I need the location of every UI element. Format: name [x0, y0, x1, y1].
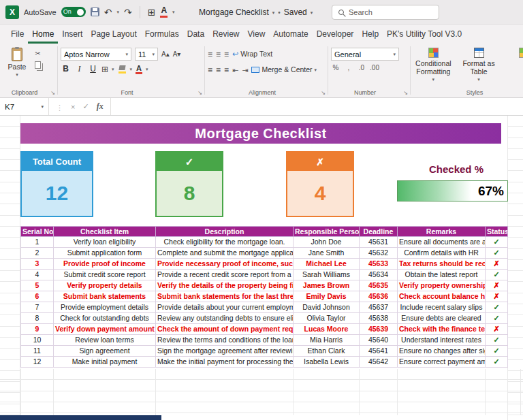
font-color-icon[interactable]: A	[160, 6, 168, 17]
cut-icon[interactable]: ✂	[35, 50, 40, 57]
increase-indent-icon[interactable]	[242, 63, 248, 76]
borders-icon[interactable]: ⊞	[101, 65, 108, 74]
conditional-formatting-button[interactable]: Conditional Formatting	[413, 48, 454, 82]
col-header-deadline[interactable]: Deadline	[360, 227, 398, 237]
col-header-description[interactable]: Description	[156, 227, 294, 237]
underline-button[interactable]: U	[88, 64, 98, 74]
cell-description[interactable]: Sign the mortgage agreement after review…	[156, 346, 294, 357]
tab-help[interactable]: Help	[358, 25, 383, 44]
tab-review[interactable]: Review	[208, 25, 243, 44]
tab-data[interactable]: Data	[183, 25, 208, 44]
cell-responsible-person[interactable]: Isabella Lewis	[294, 357, 360, 368]
cell-deadline[interactable]: 45631	[360, 237, 398, 248]
cell-serial[interactable]: 12	[21, 357, 54, 368]
document-title[interactable]: Mortgage Checklist	[199, 7, 269, 17]
cell-checklist-item[interactable]: Review loan terms	[54, 335, 156, 346]
search-input[interactable]: Search	[332, 5, 439, 20]
save-icon[interactable]	[91, 7, 99, 16]
table-grid-icon[interactable]: ⊞	[148, 7, 156, 17]
autosave-toggle[interactable]: On	[61, 7, 86, 17]
cell-remarks[interactable]: Verify property ownership	[398, 280, 486, 291]
shrink-font-icon[interactable]: A▾	[173, 50, 181, 58]
fill-color-chevron-icon[interactable]	[130, 67, 133, 71]
cell-remarks[interactable]: Confirm details with HR	[398, 248, 486, 259]
title-chevron-icon[interactable]	[272, 10, 275, 15]
align-center-icon[interactable]	[216, 63, 221, 76]
borders-chevron-icon[interactable]	[112, 67, 114, 71]
cell-serial[interactable]: 5	[21, 280, 54, 291]
cell-status[interactable]: ✓	[486, 357, 508, 368]
cell-description[interactable]: Review any outstanding debts to ensure e…	[156, 313, 294, 324]
undo-icon[interactable]: ↶	[104, 7, 112, 17]
cell-name-box[interactable]: K7	[0, 98, 49, 115]
cell-status[interactable]: ✗	[486, 324, 508, 335]
tab-file[interactable]: File	[7, 25, 28, 44]
align-top-icon[interactable]	[208, 48, 212, 60]
cell-checklist-item[interactable]: Verify property details	[54, 280, 156, 291]
cell-deadline[interactable]: 45642	[360, 357, 398, 368]
cell-status[interactable]: ✓	[486, 335, 508, 346]
cell-serial[interactable]: 2	[21, 248, 54, 259]
decrease-decimal-icon[interactable]: .00	[370, 64, 379, 71]
cancel-icon[interactable]: ×	[71, 103, 75, 111]
increase-decimal-icon[interactable]: .0	[357, 64, 366, 71]
col-header-checklist-item[interactable]: Checklist Item	[54, 227, 156, 237]
align-right-icon[interactable]	[224, 63, 229, 76]
cell-deadline[interactable]: 45633	[360, 259, 398, 270]
align-left-icon[interactable]	[208, 63, 212, 76]
cell-description[interactable]: Provide a recent credit score report fro…	[156, 270, 294, 280]
cell-remarks[interactable]: Include recent salary slips	[398, 302, 486, 313]
tab-pk-s-utility-tool-v3-0[interactable]: PK's Utility Tool V3.0	[383, 25, 466, 44]
merge-center-button[interactable]: Merge & Center	[251, 65, 317, 74]
cell-serial[interactable]: 9	[21, 324, 54, 335]
cell-responsible-person[interactable]: Olivia Taylor	[294, 313, 360, 324]
tab-view[interactable]: View	[244, 25, 270, 44]
cell-status[interactable]: ✓	[486, 237, 508, 248]
cell-deadline[interactable]: 45636	[360, 291, 398, 302]
cell-status[interactable]: ✓	[486, 313, 508, 324]
col-header-status[interactable]: Status	[486, 227, 508, 237]
cell-deadline[interactable]: 45638	[360, 313, 398, 324]
cell-serial[interactable]: 7	[21, 302, 54, 313]
cell-checklist-item[interactable]: Provide proof of income	[54, 259, 156, 270]
cell-status[interactable]: ✓	[486, 346, 508, 357]
cell-checklist-item[interactable]: Make initial payment	[54, 357, 156, 368]
cell-serial[interactable]: 10	[21, 335, 54, 346]
cell-remarks[interactable]: Ensure all documents are accurate	[398, 237, 486, 248]
formula-input[interactable]	[110, 98, 523, 115]
font-name-select[interactable]: Aptos Narrow	[61, 48, 131, 61]
cell-responsible-person[interactable]: Michael Lee	[294, 259, 360, 270]
alignment-dialog-launcher-icon[interactable]	[321, 90, 326, 96]
cell-checklist-item[interactable]: Submit application form	[54, 248, 156, 259]
cell-status[interactable]: ✓	[486, 302, 508, 313]
col-header-remarks[interactable]: Remarks	[398, 227, 486, 237]
cell-serial[interactable]: 1	[21, 237, 54, 248]
save-status-chevron-icon[interactable]	[311, 10, 313, 15]
cell-serial[interactable]: 8	[21, 313, 54, 324]
cell-description[interactable]: Complete and submit the mortgage applica…	[156, 248, 294, 259]
cell-deadline[interactable]: 45632	[360, 248, 398, 259]
cell-description[interactable]: Provide necessary proof of income, such …	[156, 259, 294, 270]
fill-color-icon[interactable]	[118, 65, 127, 74]
cell-description[interactable]: Review the terms and conditions of the l…	[156, 335, 294, 346]
paste-button[interactable]: Paste	[3, 48, 31, 77]
cell-description[interactable]: Check the amount of down payment require…	[156, 324, 294, 335]
cell-checklist-item[interactable]: Verify down payment amount	[54, 324, 156, 335]
cell-remarks[interactable]: Check account balance history	[398, 291, 486, 302]
cell-serial[interactable]: 4	[21, 270, 54, 280]
cell-description[interactable]: Submit bank statements for the last thre…	[156, 291, 294, 302]
cell-remarks[interactable]: Ensure no changes after signing	[398, 346, 486, 357]
cell-serial[interactable]: 11	[21, 346, 54, 357]
cell-deadline[interactable]: 45635	[360, 280, 398, 291]
cell-deadline[interactable]: 45641	[360, 346, 398, 357]
number-format-select[interactable]: General	[331, 48, 399, 61]
cell-remarks[interactable]: Obtain the latest report	[398, 270, 486, 280]
cell-checklist-item[interactable]: Check for outstanding debts	[54, 313, 156, 324]
cell-remarks[interactable]: Ensure correct payment amount	[398, 357, 486, 368]
cell-serial[interactable]: 3	[21, 259, 54, 270]
comma-style-icon[interactable]: ,	[344, 64, 353, 71]
tab-home[interactable]: Home	[28, 25, 58, 44]
grow-font-icon[interactable]: A▴	[161, 50, 170, 58]
tab-insert[interactable]: Insert	[58, 25, 86, 44]
cell-remarks[interactable]: Tax returns should be recent	[398, 259, 486, 270]
